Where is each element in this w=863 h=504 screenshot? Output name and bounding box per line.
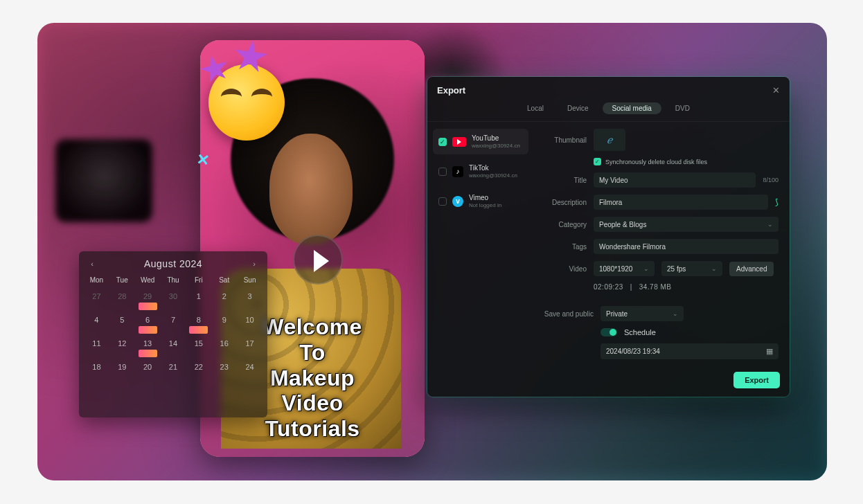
calendar-cell[interactable]: 16 xyxy=(212,335,236,357)
platform-checkbox[interactable] xyxy=(438,197,447,206)
platform-text: TikTokwaxxing@30924.cn xyxy=(469,164,517,179)
calendar-cell[interactable]: 23 xyxy=(212,359,236,381)
calendar-cell[interactable]: 2 xyxy=(212,288,236,310)
privacy-value: Private xyxy=(606,310,628,318)
calendar-cell[interactable]: 20 xyxy=(136,359,160,381)
platform-tiktok[interactable]: ♪TikTokwaxxing@30924.cn xyxy=(433,159,528,184)
chevron-down-icon: ⌄ xyxy=(767,221,773,228)
calendar-cell[interactable]: 18 xyxy=(84,359,109,381)
export-title: Export xyxy=(437,85,465,96)
starstruck-emoji xyxy=(208,64,285,141)
calendar-cell[interactable]: 6 xyxy=(136,312,160,334)
calendar-cell[interactable]: 4 xyxy=(84,312,109,334)
platform-text: VimeoNot logged in xyxy=(469,194,501,208)
export-dialog: Export ✕ Local Device Social media DVD ✓… xyxy=(427,77,790,397)
title-char-count: 8/100 xyxy=(763,177,779,183)
scheduled-post-thumb[interactable] xyxy=(139,350,157,357)
person-face xyxy=(269,134,353,244)
platform-name: YouTube xyxy=(472,134,520,143)
calendar-cell[interactable]: 8 xyxy=(186,312,211,334)
scheduled-post-thumb[interactable] xyxy=(189,326,208,334)
export-button[interactable]: Export xyxy=(733,372,780,388)
calendar-cell[interactable]: 22 xyxy=(186,359,211,381)
stage: Welcome To Makeup Video Tutorials ✕ ‹ Au… xyxy=(37,23,827,480)
calendar-cell[interactable]: 9 xyxy=(212,312,236,334)
ai-assist-icon[interactable]: ⟆ xyxy=(775,197,779,207)
duration-value: 02:09:23 xyxy=(594,283,623,291)
scheduled-post-thumb[interactable] xyxy=(139,326,157,334)
description-input[interactable]: Filmora xyxy=(594,195,768,210)
thumbnail-picker[interactable]: ℯ xyxy=(594,129,625,151)
platform-vimeo[interactable]: vVimeoNot logged in xyxy=(433,188,528,214)
tab-device[interactable]: Device xyxy=(558,102,598,114)
calendar-dow: Tue xyxy=(110,276,134,287)
platform-youtube[interactable]: ✓YouTubewaxxing@30924.cn xyxy=(433,129,528,154)
title-input[interactable]: My Video xyxy=(594,172,756,188)
privacy-select[interactable]: Private ⌄ xyxy=(600,306,684,321)
calendar-cell[interactable]: 21 xyxy=(161,359,186,381)
export-form: Thumbnail ℯ ✓ Synchronously delete cloud… xyxy=(534,122,790,370)
calendar-cell[interactable]: 14 xyxy=(161,335,186,357)
play-button[interactable] xyxy=(293,235,343,285)
calendar-dow: Mon xyxy=(84,276,109,287)
calendar-cell[interactable]: 24 xyxy=(238,359,262,381)
calendar-title: August 2024 xyxy=(144,258,202,269)
scheduled-post-thumb[interactable] xyxy=(139,303,157,310)
calendar-cell[interactable]: 3 xyxy=(238,288,262,310)
tags-label: Tags xyxy=(540,243,587,251)
tags-input[interactable]: Wondershare Filmora xyxy=(594,239,779,254)
vimeo-icon: v xyxy=(452,196,463,207)
calendar-cell[interactable]: 5 xyxy=(110,312,134,334)
platform-account: Not logged in xyxy=(469,202,501,208)
calendar-dow: Sun xyxy=(238,276,262,287)
schedule-label: Schedule xyxy=(624,328,656,336)
platform-name: TikTok xyxy=(469,164,517,172)
tab-dvd[interactable]: DVD xyxy=(666,102,700,114)
fps-select[interactable]: 25 fps ⌄ xyxy=(661,261,722,276)
calendar-cell[interactable]: 30 xyxy=(161,288,186,310)
calendar-cell[interactable]: 10 xyxy=(238,312,262,334)
close-icon[interactable]: ✕ xyxy=(772,85,780,96)
platform-name: Vimeo xyxy=(469,194,501,202)
resolution-select[interactable]: 1080*1920 ⌄ xyxy=(594,261,655,276)
calendar-prev-button[interactable]: ‹ xyxy=(87,260,97,268)
schedule-toggle[interactable] xyxy=(600,328,617,336)
resolution-value: 1080*1920 xyxy=(599,265,632,273)
calendar-cell[interactable]: 27 xyxy=(84,288,109,310)
description-label: Description xyxy=(540,199,587,206)
advanced-button[interactable]: Advanced xyxy=(729,262,774,276)
tab-social-media[interactable]: Social media xyxy=(603,102,661,114)
tiktok-icon: ♪ xyxy=(452,166,463,177)
calendar-cell[interactable]: 7 xyxy=(161,312,186,334)
tab-local[interactable]: Local xyxy=(517,102,553,114)
youtube-icon xyxy=(452,137,466,147)
platform-account: waxxing@30924.cn xyxy=(472,143,520,149)
calendar-cell[interactable]: 28 xyxy=(110,288,134,310)
calendar-cell[interactable]: 29 xyxy=(136,288,160,310)
description-value: Filmora xyxy=(599,199,622,206)
category-label: Category xyxy=(540,221,587,228)
platform-checkbox[interactable] xyxy=(438,168,447,176)
calendar-dow: Fri xyxy=(186,276,211,287)
calendar-cell[interactable]: 1 xyxy=(186,288,211,310)
sync-delete-checkbox[interactable]: ✓ xyxy=(594,158,601,165)
calendar-cell[interactable]: 11 xyxy=(84,335,109,357)
chevron-down-icon: ⌄ xyxy=(643,265,649,272)
video-caption: Welcome To Makeup Video Tutorials xyxy=(256,314,368,442)
calendar-cell[interactable]: 19 xyxy=(110,359,134,381)
tags-value: Wondershare Filmora xyxy=(599,243,666,251)
category-select[interactable]: People & Blogs ⌄ xyxy=(594,217,779,232)
caption-line: Tutorials xyxy=(256,416,368,442)
calendar-cell[interactable]: 15 xyxy=(186,335,211,357)
calendar-cell[interactable]: 13 xyxy=(136,335,160,357)
calendar-cell[interactable]: 17 xyxy=(238,335,262,357)
caption-line: Makeup Video xyxy=(256,366,368,417)
platform-text: YouTubewaxxing@30924.cn xyxy=(472,134,520,149)
calendar-dow: Thu xyxy=(161,276,186,287)
calendar-cell[interactable]: 12 xyxy=(110,335,134,357)
schedule-datetime-input[interactable]: 2024/08/23 19:34 ▦ xyxy=(600,343,779,359)
calendar-next-button[interactable]: › xyxy=(249,260,259,268)
title-value: My Video xyxy=(599,177,628,184)
sync-delete-label: Synchronously delete cloud disk files xyxy=(605,159,707,165)
platform-checkbox[interactable]: ✓ xyxy=(438,138,447,146)
